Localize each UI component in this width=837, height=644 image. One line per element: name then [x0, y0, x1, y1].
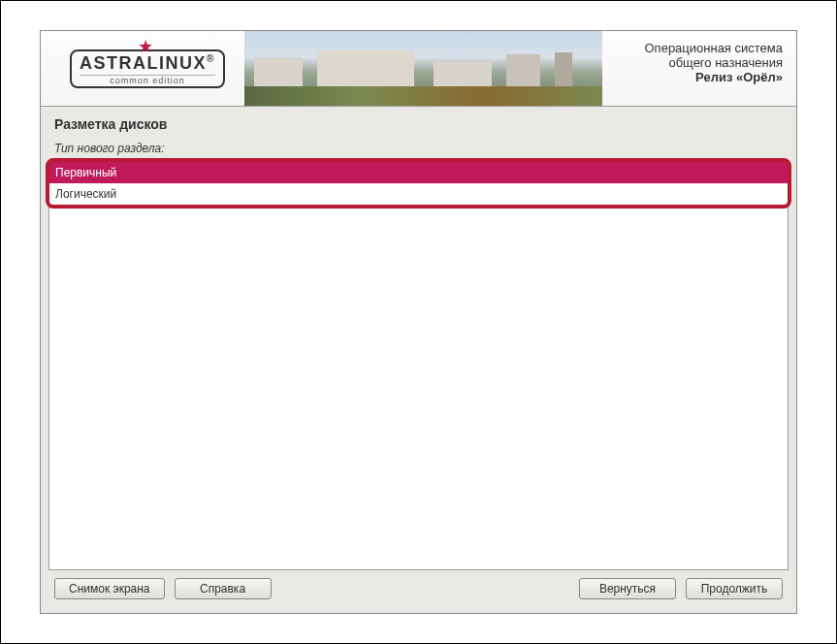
content-area: Разметка дисков Тип нового раздела: Перв…: [41, 107, 796, 613]
option-logical[interactable]: Логический: [49, 183, 788, 205]
help-button[interactable]: Справка: [175, 578, 272, 599]
os-name-line2: общего назначения: [602, 55, 783, 70]
astralinux-logo: ★ Astralinux® common edition: [70, 49, 225, 88]
header-text: Операционная система общего назначения Р…: [602, 31, 796, 106]
logo-sub-text: common edition: [80, 75, 215, 85]
os-name-line1: Операционная система: [602, 41, 783, 55]
continue-button[interactable]: Продолжить: [686, 578, 783, 599]
header-banner: ★ Astralinux® common edition Операционна…: [41, 31, 796, 107]
star-icon: ★: [138, 36, 153, 57]
logo-area: ★ Astralinux® common edition: [41, 31, 244, 106]
back-button[interactable]: Вернуться: [579, 578, 676, 599]
installer-window: ★ Astralinux® common edition Операционна…: [40, 30, 797, 614]
option-primary[interactable]: Первичный: [49, 162, 788, 183]
prompt-label: Тип нового раздела:: [48, 136, 789, 161]
release-name: Релиз «Орёл»: [602, 70, 783, 84]
button-bar: Снимок экрана Справка Вернуться Продолжи…: [48, 570, 789, 605]
screenshot-button[interactable]: Снимок экрана: [54, 578, 165, 599]
banner-cityscape: [244, 31, 602, 106]
partition-type-list: Первичный Логический: [48, 161, 789, 570]
page-title: Разметка дисков: [48, 114, 789, 136]
